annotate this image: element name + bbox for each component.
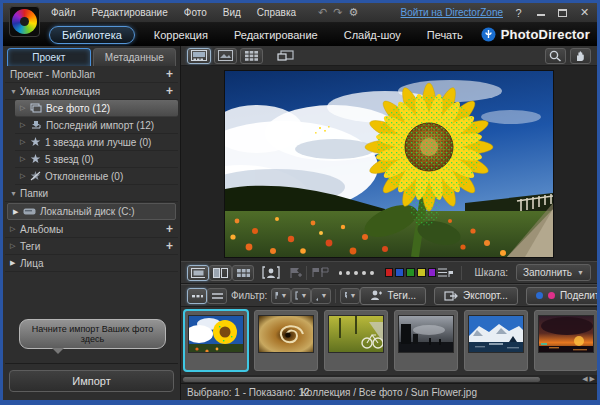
color-label-purple[interactable] <box>428 268 437 277</box>
scale-dropdown[interactable]: Заполнить ▼ <box>516 264 591 281</box>
collapse-triangle-icon[interactable]: ▼ <box>10 190 20 197</box>
tab-slideshow[interactable]: Слайд-шоу <box>344 29 401 41</box>
scroll-left-icon[interactable]: ◀ <box>582 375 587 383</box>
rating-dot-2[interactable] <box>346 271 350 275</box>
tree-item-all-photos[interactable]: ▷ Все фото (12) <box>15 100 178 117</box>
color-label-blue[interactable] <box>395 268 404 277</box>
list-view-button[interactable] <box>207 288 227 304</box>
scroll-right-icon[interactable]: ▶ <box>590 375 595 383</box>
flag-pick-icon[interactable] <box>311 267 329 278</box>
collapse-triangle-icon[interactable]: ▼ <box>10 88 20 95</box>
add-smart-collection-icon[interactable]: + <box>166 84 173 98</box>
face-tag-icon[interactable] <box>262 266 280 279</box>
color-label-yellow[interactable] <box>417 268 426 277</box>
add-tag-icon[interactable]: + <box>166 239 173 253</box>
menu-edit[interactable]: Редактирование <box>92 7 168 18</box>
zoom-tool-button[interactable] <box>545 48 566 64</box>
expand-triangle-icon[interactable]: ▷ <box>10 242 20 250</box>
thumbnail-view-button[interactable] <box>187 288 207 304</box>
expand-triangle-icon[interactable]: ▷ <box>20 172 30 180</box>
thumbnail-mountain-lake[interactable] <box>464 310 528 371</box>
maximize-button[interactable] <box>556 6 569 19</box>
multi-view-button[interactable] <box>232 265 254 281</box>
single-view-button[interactable] <box>187 265 209 281</box>
tab-print[interactable]: Печать <box>427 29 463 41</box>
project-row[interactable]: Проект - MonbJlan + <box>5 66 178 83</box>
tags-header[interactable]: ▷ Теги + <box>5 238 178 255</box>
minimize-button[interactable] <box>534 6 547 19</box>
scrollbar-thumb[interactable] <box>183 377 540 382</box>
undo-icon[interactable]: ↶ <box>318 6 327 19</box>
tab-library[interactable]: Библиотека <box>49 26 135 44</box>
thumbnail-dark-harbor[interactable] <box>394 310 458 371</box>
tree-item-latest-import[interactable]: ▷ Последний импорт (12) <box>15 117 178 134</box>
color-label-green[interactable] <box>406 268 415 277</box>
horizontal-scrollbar[interactable]: ◀ ▶ <box>181 375 597 383</box>
menu-view[interactable]: Вид <box>223 7 241 18</box>
color-label-red[interactable] <box>385 268 394 277</box>
tab-adjustment[interactable]: Коррекция <box>154 29 208 41</box>
rejected-icon <box>30 171 41 181</box>
tree-item-five-stars[interactable]: ▷ 5 звезд (0) <box>15 151 178 168</box>
rating-dot-5[interactable] <box>370 271 374 275</box>
tree-item-label: 5 звезд (0) <box>45 154 94 165</box>
directorzone-signin-link[interactable]: Войти на DirectorZone <box>401 7 503 18</box>
export-button[interactable]: Экспорт... <box>434 287 518 305</box>
compare-view-button[interactable] <box>209 265 231 281</box>
faces-header[interactable]: ▶ Лица <box>5 255 178 272</box>
thumbnail-bicycle-in-field[interactable] <box>324 310 388 371</box>
viewer-only-mode-button[interactable] <box>214 48 237 64</box>
add-flag-icon[interactable] <box>288 267 302 279</box>
add-album-icon[interactable]: + <box>166 222 173 236</box>
tree-item-local-disk-c[interactable]: ▶ Локальный диск (C:) <box>7 203 176 220</box>
import-icon <box>30 120 42 130</box>
rating-dot-4[interactable] <box>362 271 366 275</box>
import-button[interactable]: Импорт <box>9 370 174 392</box>
sidebar-tab-metadata[interactable]: Метаданные <box>93 48 177 66</box>
thumbnail-golden-spiral[interactable] <box>254 310 318 371</box>
thumbnail-sunflower[interactable] <box>184 310 248 371</box>
expand-triangle-icon[interactable]: ▷ <box>10 225 20 233</box>
rating-dot-3[interactable] <box>354 271 358 275</box>
tree-item-rejected[interactable]: ▷ Отклоненные (0) <box>15 168 178 185</box>
rating-filter-dropdown[interactable]: ▼ <box>311 288 331 304</box>
menu-photo[interactable]: Фото <box>184 7 207 18</box>
flag-filter-dropdown[interactable]: ▼ <box>271 288 291 304</box>
smart-collection-header[interactable]: ▼ Умная коллекция + <box>5 83 178 100</box>
browser-viewer-mode-button[interactable] <box>187 48 211 64</box>
rating-dot-1[interactable] <box>339 271 343 275</box>
folders-header[interactable]: ▼ Папки <box>5 185 178 202</box>
tags-button[interactable]: Теги... <box>360 287 426 305</box>
menu-file[interactable]: Файл <box>51 7 76 18</box>
browser-only-mode-button[interactable] <box>240 48 263 64</box>
settings-gear-icon[interactable]: ⚙ <box>349 6 359 19</box>
smart-collection-label: Умная коллекция <box>20 86 100 97</box>
info-list-icon[interactable] <box>437 267 453 278</box>
share-button[interactable]: Поделиться... ▼ <box>526 287 600 305</box>
faces-label: Лица <box>20 258 43 269</box>
menu-help[interactable]: Справка <box>257 7 296 18</box>
project-label: Проект - MonbJlan <box>10 69 95 80</box>
sidebar-tab-project[interactable]: Проект <box>7 48 91 66</box>
pan-hand-tool-button[interactable] <box>570 48 591 64</box>
expand-triangle-icon[interactable]: ▶ <box>13 208 23 216</box>
tree-item-one-star-or-better[interactable]: ▷ 1 звезда или лучше (0) <box>15 134 178 151</box>
expand-triangle-icon[interactable]: ▷ <box>20 138 30 146</box>
expand-triangle-icon[interactable]: ▶ <box>10 259 20 267</box>
expand-triangle-icon[interactable]: ▷ <box>20 104 30 112</box>
albums-header[interactable]: ▷ Альбомы + <box>5 221 178 238</box>
close-button[interactable]: ✕ <box>578 6 591 19</box>
photo-viewer[interactable] <box>181 66 597 261</box>
folders-label: Папки <box>20 188 48 199</box>
dual-display-icon[interactable] <box>277 50 294 62</box>
redo-icon[interactable]: ↷ <box>333 6 342 19</box>
label-filter-dropdown[interactable]: ▼ <box>291 288 311 304</box>
tab-edit[interactable]: Редактирование <box>234 29 318 41</box>
tag-filter-dropdown[interactable]: ▼ <box>340 288 360 304</box>
expand-triangle-icon[interactable]: ▷ <box>20 121 30 129</box>
albums-label: Альбомы <box>20 224 63 235</box>
add-project-icon[interactable]: + <box>166 67 173 81</box>
thumbnail-sunset-clouds[interactable] <box>534 310 598 371</box>
expand-triangle-icon[interactable]: ▷ <box>20 155 30 163</box>
help-button[interactable]: ? <box>512 6 525 19</box>
